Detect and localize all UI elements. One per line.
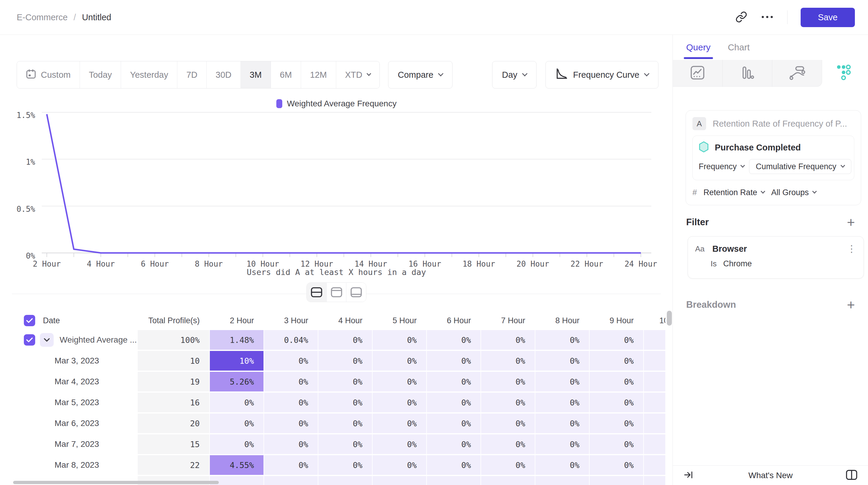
- top-bar: E-Commerce / Untitled Save: [0, 0, 868, 35]
- chart-type-bars-button[interactable]: [722, 60, 772, 87]
- select-all-checkbox[interactable]: [24, 315, 35, 326]
- column-header: 10 Hour: [644, 313, 665, 328]
- table-cell: 0%: [481, 393, 535, 412]
- table-cell: [481, 476, 535, 485]
- range-label: Today: [89, 70, 112, 80]
- table-cell: 0%: [481, 434, 535, 454]
- table-cell: 0%: [318, 372, 372, 391]
- summary-row: Weighted Average ...100%1.48%0.04%0%0%0%…: [12, 330, 665, 350]
- table-cell: 0%: [644, 330, 665, 350]
- filter-card[interactable]: Aa Browser ⋮ Is Chrome: [688, 236, 864, 279]
- decay-curve-icon: [555, 68, 568, 82]
- horizontal-scrollbar-thumb[interactable]: [13, 481, 219, 484]
- table-cell: 0%: [590, 372, 643, 391]
- vertical-scrollbar-thumb[interactable]: [667, 311, 672, 326]
- add-filter-button[interactable]: +: [847, 216, 855, 229]
- granularity-dropdown[interactable]: Day: [492, 61, 536, 89]
- count-symbol: #: [692, 188, 697, 197]
- layout-split-view-button[interactable]: [307, 283, 327, 302]
- table-cell: 0%: [427, 372, 480, 391]
- frequency-dropdown[interactable]: Frequency: [699, 162, 744, 171]
- breakdown-section-header: Breakdown +: [686, 298, 855, 312]
- whats-new-link[interactable]: What's New: [673, 471, 868, 480]
- date-cell: Mar 6, 2023: [12, 414, 137, 433]
- table-cell: 0%: [427, 393, 480, 412]
- x-axis-tick-label: 20 Hour: [517, 259, 549, 268]
- expand-row-button[interactable]: [40, 333, 54, 347]
- save-button[interactable]: Save: [801, 8, 855, 27]
- x-axis-tick-label: 10 Hour: [247, 259, 279, 268]
- chart-type-flows-button[interactable]: [772, 60, 822, 87]
- breadcrumb-report-title[interactable]: Untitled: [82, 12, 111, 22]
- x-axis-tick-label: 14 Hour: [354, 259, 387, 268]
- calendar-icon: [26, 68, 36, 81]
- table-cell: 0%: [644, 393, 665, 412]
- app-root: E-Commerce / Untitled Save CustomTodayYe…: [0, 0, 868, 485]
- range-label: 12M: [310, 70, 327, 80]
- retention-rate-dropdown[interactable]: Retention Rate: [704, 188, 765, 197]
- chevron-down-icon: [644, 71, 649, 76]
- column-header: 5 Hour: [373, 313, 426, 328]
- filter-kebab-menu[interactable]: ⋮: [847, 243, 857, 254]
- chart-type-switcher: [673, 60, 868, 87]
- report-title-input[interactable]: Retention Rate of Frequency of P...: [713, 119, 854, 129]
- results-table: DateTotal Profile(s)2 Hour3 Hour4 Hour5 …: [12, 313, 665, 485]
- range-button-yesterday[interactable]: Yesterday: [121, 61, 177, 88]
- range-button-7d[interactable]: 7D: [177, 61, 207, 88]
- chart-type-insights-button[interactable]: [673, 60, 722, 87]
- range-button-30d[interactable]: 30D: [207, 61, 241, 88]
- step-letter-badge: A: [692, 117, 706, 130]
- table-cell: [373, 476, 426, 485]
- frequency-line-chart: 0%0.5%1%1.5%2 Hour4 Hour6 Hour8 Hour10 H…: [0, 89, 673, 298]
- more-options-icon: [761, 15, 774, 20]
- layout-chart-view-button[interactable]: [327, 283, 347, 302]
- chart-type-retention-button[interactable]: [819, 60, 868, 87]
- filter-property[interactable]: Browser: [712, 244, 847, 254]
- event-card[interactable]: Purchase Completed Frequency Cumulative …: [692, 135, 854, 180]
- table-cell: 0%: [481, 330, 535, 350]
- controls-spacer: [453, 61, 492, 89]
- range-button-6m[interactable]: 6M: [271, 61, 301, 88]
- date-range-group: CustomTodayYesterday7D30D3M6M12MXTD: [17, 61, 380, 89]
- range-button-3m[interactable]: 3M: [241, 61, 271, 88]
- bar-chart-icon: [740, 65, 755, 82]
- chevron-down-icon: [812, 189, 817, 194]
- table-cell: 0%: [481, 414, 535, 433]
- range-button-12m[interactable]: 12M: [301, 61, 336, 88]
- table-cell: 0%: [373, 455, 426, 475]
- compare-button[interactable]: Compare: [388, 61, 453, 89]
- range-button-today[interactable]: Today: [80, 61, 121, 88]
- layout-table-view-button[interactable]: [346, 283, 366, 302]
- event-name[interactable]: Purchase Completed: [715, 143, 801, 153]
- breadcrumb: E-Commerce / Untitled: [17, 12, 111, 22]
- tab-chart[interactable]: Chart: [728, 42, 750, 53]
- cumulative-frequency-select[interactable]: Cumulative Frequency: [749, 159, 851, 174]
- date-cell: Mar 5, 2023: [12, 393, 137, 412]
- table-cell: 0%: [210, 434, 264, 454]
- query-step-card: A Retention Rate of Frequency of P... Pu…: [686, 110, 861, 205]
- toolbar-divider: [787, 10, 787, 24]
- hexagon-icon: [699, 141, 709, 154]
- table-cell: 0%: [318, 434, 372, 454]
- filter-value[interactable]: Chrome: [723, 259, 752, 268]
- filter-operator[interactable]: Is: [711, 259, 717, 268]
- range-button-custom[interactable]: Custom: [17, 61, 80, 88]
- range-button-xtd[interactable]: XTD: [336, 61, 379, 88]
- table-cell: 0%: [590, 455, 643, 475]
- date-label: Mar 6, 2023: [55, 419, 99, 428]
- breadcrumb-project[interactable]: E-Commerce: [17, 12, 68, 22]
- more-options-button[interactable]: [761, 15, 774, 20]
- table-row: Mar 7, 2023150%0%0%0%0%0%0%0%0%: [12, 434, 665, 454]
- table-cell: 0%: [481, 351, 535, 370]
- all-groups-dropdown[interactable]: All Groups: [771, 188, 816, 197]
- chart-type-dropdown[interactable]: Frequency Curve: [546, 61, 658, 89]
- tab-query[interactable]: Query: [686, 42, 711, 53]
- copy-link-button[interactable]: [735, 11, 747, 24]
- table-row: Mar 4, 2023195.26%0%0%0%0%0%0%0%0%: [12, 372, 665, 391]
- panel-tabs: Query Chart: [673, 35, 868, 60]
- row-checkbox[interactable]: [24, 334, 35, 346]
- add-breakdown-button[interactable]: +: [847, 298, 855, 312]
- chevron-down-icon: [761, 189, 766, 194]
- string-property-icon: Aa: [695, 244, 705, 254]
- breadcrumb-separator: /: [73, 12, 76, 22]
